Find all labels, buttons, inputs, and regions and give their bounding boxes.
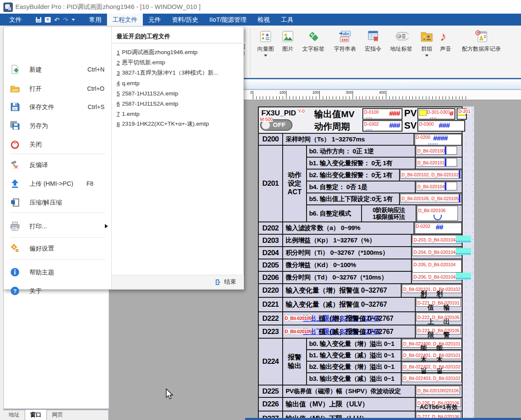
- menu-item-decompile[interactable]: ✕ 反编译: [4, 156, 111, 173]
- tab-data-history[interactable]: 资料/历史: [166, 14, 204, 26]
- table-row-d224-b2[interactable]: b2. 输出变化量（增）溢出 0~1 D_Bit-022402, D_Bit-0…: [307, 362, 462, 373]
- menu-item-about[interactable]: ? 关于: [4, 282, 111, 299]
- recent-file-5[interactable]: 52587-1HJ11S2A.emtp: [117, 88, 218, 98]
- pid-header: FX3U_PID Y-0 M-500 OFF 输出值MV 动作周期 D-0100…: [259, 107, 462, 134]
- tab-window[interactable]: 窗口: [25, 409, 47, 420]
- pid-parameter-table[interactable]: FX3U_PID Y-0 M-500 OFF 输出值MV 动作周期 D-0100…: [258, 106, 463, 420]
- table-row-b0[interactable]: b0. 动作方向： 0正 1逆 D_Bit-020100: [307, 146, 462, 158]
- recent-file-2[interactable]: 2恩平切纸新.emtp: [117, 58, 218, 68]
- new-file-icon: [10, 64, 20, 75]
- recent-file-1[interactable]: 1PID调试画面zhong1946.emtp: [117, 47, 218, 58]
- pv-aux-display[interactable]: D-301: [457, 108, 467, 120]
- sv-value-display[interactable]: D-0300 ###: [417, 120, 465, 132]
- about-question-icon: ?: [10, 286, 20, 296]
- table-row-b6[interactable]: b6. 自整定模式 0阶跃响应法 1极限循环法 D_Bit-020106: [307, 205, 462, 222]
- recipe-database-button[interactable]: 配方数据库记录: [454, 29, 508, 57]
- sound-button[interactable]: ♪ 声音: [437, 29, 454, 57]
- table-row-d204[interactable]: D204 积分时间（Ti） 0~32767（*100ms） D-204, D_B…: [259, 247, 462, 259]
- redo-icon[interactable]: ↷: [63, 17, 69, 23]
- table-row-d225[interactable]: D225 PV临界值（磁滞）幅（SHPV）依波动设定 D_Bit-0201060…: [259, 385, 462, 398]
- horizontal-ruler: 0 100 200 300 400: [238, 89, 521, 100]
- menu-item-save-as[interactable]: 另存为: [4, 117, 111, 134]
- recent-files-submenu: 最近开启的工程文件 1PID调试画面zhong1946.emtp 2恩平切纸新.…: [111, 27, 243, 289]
- export-icon[interactable]: ✕: [45, 17, 51, 23]
- menu-item-help[interactable]: 帮助主题: [4, 264, 111, 281]
- tab-tool[interactable]: 工具: [275, 14, 299, 26]
- print-icon: [10, 221, 20, 231]
- menu-item-open[interactable]: 打开 Ctrl+O: [4, 80, 111, 97]
- recent-file-7[interactable]: 71.emtp: [117, 109, 218, 119]
- mv-label: 输出值MV: [314, 108, 355, 120]
- tab-project-file[interactable]: 工程文件: [107, 14, 143, 26]
- mv-value-display[interactable]: D-0100 ### ,,,,: [362, 108, 402, 120]
- table-row-d200[interactable]: D200 采样时间（Ts） 1~32767ms D-0200 #### ,,,,…: [259, 134, 462, 146]
- picture-button[interactable]: 图片: [278, 29, 298, 57]
- tab-webpage[interactable]: 网页: [47, 410, 68, 420]
- table-group-d224[interactable]: D224 报警 输出 b0. 输入变化量（增）溢出 0~1 D_Bit-0224…: [259, 339, 462, 385]
- table-row-d223[interactable]: D223 D_Bit-020105 输出下限值 -32768~32767 值（减…: [259, 325, 462, 339]
- group-dropdown-icon[interactable]: [425, 55, 428, 57]
- svg-text:@: @: [398, 35, 402, 38]
- table-row-d224-b1[interactable]: b1. 输入变化量（减）溢出 0~1 D_Bit-022401, D_Bit-0…: [307, 350, 462, 362]
- tab-object[interactable]: 元件: [143, 14, 166, 26]
- cycle-value-display[interactable]: D-0302 ### ,,,,: [362, 120, 402, 132]
- tab-common[interactable]: 常用: [84, 14, 107, 26]
- table-row-d202[interactable]: D202 输入滤波常数（a） 0~99% D-0202 ##: [259, 222, 462, 235]
- end-button[interactable]: 结束: [215, 278, 236, 286]
- table-row-b1[interactable]: b1. 输入变化量报警： 0无 1有 D_Bit-020101: [307, 158, 462, 170]
- recent-files-list: 1PID调试画面zhong1946.emtp 2恩平切纸新.emtp 33827…: [117, 47, 218, 129]
- table-row-b4[interactable]: b4. 自整定： 0否 1是 D_Bit-020104: [307, 181, 462, 193]
- save-icon[interactable]: [36, 17, 41, 23]
- tab-address[interactable]: 地址: [3, 410, 25, 420]
- menu-separator: [10, 259, 105, 260]
- group-button[interactable]: 群组: [417, 29, 437, 57]
- table-row-b5[interactable]: b5. 输出值上下限设定:0无 1有 D_Bit-020105, D_Bit-0…: [307, 193, 462, 205]
- recent-file-3[interactable]: 33827-1直焊为脉冲Y1（3种模式）新...: [117, 68, 218, 78]
- table-row-d224-b3[interactable]: b3. 输出变化量（减）溢出 0~1 D_Bit-022403, D_Bit-0…: [307, 373, 462, 385]
- ruler-ticks: 0 100 200 300 400: [253, 96, 466, 99]
- menu-item-new[interactable]: 新建 Ctrl+N: [4, 61, 111, 78]
- menu-item-upload[interactable]: 上传 (HMI->PC) F8: [4, 175, 111, 192]
- ribbon-tabs: 常用 工程文件 元件 资料/历史 IIoT/能源管理 检视 工具: [84, 14, 299, 26]
- table-row-b2[interactable]: b2. 输出变化量报警： 0无 1有 D_Bit-020102, D_Bit-0…: [307, 170, 462, 181]
- recent-file-6[interactable]: 62587-1HJ11S2A.emtp: [117, 98, 218, 109]
- recent-file-4[interactable]: 4q.emtp: [117, 78, 218, 88]
- table-row-d203[interactable]: D203 比例增益（Kp） 1~32767（%） D-203, D_Bit-02…: [259, 235, 462, 247]
- recent-file-8[interactable]: 82319-1HK22(XC+TK+α+-速).emtp: [117, 119, 218, 129]
- tab-iiot-energy[interactable]: IIoT/能源管理: [204, 14, 252, 26]
- text-label-button[interactable]: 文字标签: [298, 29, 329, 57]
- undo-icon[interactable]: ↶: [54, 17, 60, 23]
- menu-item-preferences[interactable]: 偏好设置: [4, 240, 111, 257]
- menu-item-print[interactable]: 打印...: [4, 218, 111, 235]
- table-row-d220[interactable]: D220 输入变化量（增）报警值 0~32767 D_Bit-020101, D…: [259, 284, 462, 298]
- upload-icon: [10, 178, 20, 189]
- svg-text:✕: ✕: [14, 164, 19, 170]
- menu-item-compress[interactable]: 压缩/解压缩: [4, 194, 111, 211]
- table-row-d224-b0[interactable]: b0. 输入变化量（增）溢出 0~1 D_Bit-022400, D_Bit-0…: [307, 339, 462, 350]
- device-label: FX3U_PID: [261, 109, 296, 118]
- vector-graphic-button[interactable]: 向量图: [253, 29, 278, 57]
- library-tools: 向量图 图片 文字标签 abcxxx 字符串表 宏指令 @ 地址标签: [253, 29, 508, 57]
- application-window: EasyBuilder Pro : PID调试画面zhong1946 - [10…: [0, 0, 521, 420]
- table-row-d206[interactable]: D206 微分时间（Td） 0~32767（*10ms） D-206, D_Bi…: [259, 272, 462, 284]
- table-row-d205[interactable]: D205 微分增益（Kd） 0~100% D-205, D_Bit-020104…: [259, 259, 462, 272]
- macro-button[interactable]: 宏指令: [361, 29, 385, 57]
- save-file-icon: [10, 102, 20, 112]
- tab-view[interactable]: 检视: [252, 14, 275, 26]
- pv-value-display[interactable]: D-301-0301 # ,,,,: [417, 108, 455, 120]
- menu-item-close[interactable]: 关闭: [4, 136, 111, 153]
- file-menu-button[interactable]: 文件: [0, 14, 31, 26]
- svg-text:abc: abc: [343, 32, 350, 36]
- menu-item-save[interactable]: 保存文件 Ctrl+S: [4, 98, 111, 115]
- table-row-d222[interactable]: D222 D_Bit-020105 输出上限值 -32768~32767 值（增…: [259, 312, 462, 325]
- vector-graphic-dropdown-icon[interactable]: [264, 55, 267, 57]
- save-as-icon: [10, 121, 20, 131]
- sv-label: SV: [404, 120, 417, 131]
- table-row-d226[interactable]: D226 输出值（MV）上限（ULV） D-226, D_Bit-020106 …: [259, 398, 462, 411]
- address-tag-button[interactable]: @ 地址标签: [385, 29, 417, 57]
- quick-access-dropdown-icon[interactable]: [72, 19, 75, 21]
- string-table-button[interactable]: abcxxx 字符串表: [329, 29, 361, 57]
- table-group-d201[interactable]: D201 动作 设定 ACT b0. 动作方向： 0正 1逆 D_Bit-020…: [259, 146, 462, 222]
- taskbar-edge: [245, 418, 521, 420]
- table-row-d221[interactable]: D221 输入变化量（减）报警值 0~32767 D-221, D_Bit-02…: [259, 298, 462, 312]
